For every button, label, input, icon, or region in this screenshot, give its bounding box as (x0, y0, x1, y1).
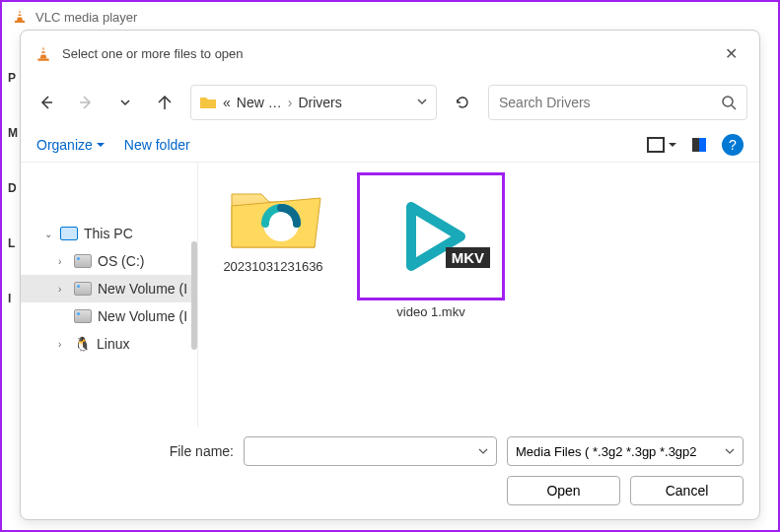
drive-icon (74, 309, 92, 323)
folder-icon (199, 95, 217, 110)
breadcrumb-separator: › (288, 95, 293, 110)
tree-label: New Volume (I (98, 308, 187, 324)
dialog-footer: File name: Media Files ( *.3g2 *.3gp *.3… (21, 427, 759, 519)
svg-rect-3 (37, 58, 48, 60)
tree-label: OS (C:) (98, 253, 144, 269)
file-name: video 1.mkv (352, 304, 510, 319)
breadcrumb-path[interactable]: « New … › Drivers (190, 85, 437, 120)
view-mode-button[interactable] (647, 137, 676, 153)
filter-text: Media Files ( *.3g2 *.3gp *.3gp2 (516, 444, 697, 459)
tree-item-new-volume-1[interactable]: › New Volume (I (21, 275, 197, 302)
drive-icon (74, 254, 92, 268)
tree-label: Linux (97, 336, 129, 352)
open-file-dialog: Select one or more files to open ✕ « New… (20, 30, 760, 520)
new-folder-button[interactable]: New folder (124, 137, 190, 153)
file-name: 20231031231636 (214, 259, 332, 274)
dialog-header: Select one or more files to open ✕ (21, 31, 759, 77)
tree-item-new-volume-2[interactable]: › New Volume (I (21, 302, 197, 330)
svg-rect-4 (41, 49, 46, 51)
filename-label: File name: (36, 443, 234, 459)
svg-line-10 (732, 105, 736, 109)
pc-icon (60, 227, 78, 240)
chevron-right-icon[interactable]: › (58, 339, 68, 350)
scrollbar[interactable] (191, 241, 197, 350)
dialog-title: Select one or more files to open (62, 46, 717, 61)
folder-tree: ⌄ This PC › OS (C:) › New Volume (I › Ne… (21, 163, 198, 427)
filename-combo[interactable] (244, 436, 497, 466)
format-badge: MKV (446, 247, 490, 268)
tree-label: This PC (84, 226, 133, 241)
cancel-button[interactable]: Cancel (630, 476, 744, 505)
search-box[interactable] (488, 85, 747, 120)
background-app-edge: P M D L I (8, 71, 18, 305)
preview-pane-button[interactable] (692, 138, 706, 152)
tree-label: New Volume (I (98, 281, 187, 297)
organize-menu[interactable]: Organize (36, 137, 105, 153)
svg-rect-0 (15, 21, 25, 23)
breadcrumb-segment[interactable]: Drivers (298, 95, 341, 110)
file-type-filter[interactable]: Media Files ( *.3g2 *.3gp *.3gp2 (507, 436, 744, 466)
svg-rect-5 (40, 52, 46, 54)
file-item-video-selected[interactable]: MKV video 1.mkv (352, 172, 510, 319)
recent-dropdown-icon[interactable] (111, 89, 139, 116)
help-button[interactable]: ? (722, 134, 744, 156)
tree-item-linux[interactable]: › Linux (21, 330, 197, 358)
toolbar: Organize New folder ? (21, 128, 759, 162)
vlc-cone-icon (35, 45, 52, 63)
main-window-titlebar: VLC media player (2, 2, 778, 32)
chevron-down-icon[interactable]: ⌄ (44, 229, 54, 239)
up-button[interactable] (151, 89, 178, 116)
svg-point-9 (723, 97, 733, 106)
chevron-down-icon[interactable] (725, 444, 735, 459)
nav-bar: « New … › Drivers (21, 77, 759, 128)
svg-rect-1 (18, 13, 22, 15)
chevron-right-icon[interactable]: › (58, 256, 68, 267)
refresh-button[interactable] (449, 89, 476, 116)
close-button[interactable]: ✕ (717, 40, 745, 67)
search-input[interactable] (499, 95, 713, 110)
chevron-down-icon[interactable] (416, 95, 428, 110)
svg-rect-2 (18, 16, 23, 18)
drive-icon (74, 282, 92, 296)
breadcrumb-prefix: « (223, 95, 231, 110)
folder-icon (224, 176, 322, 255)
vlc-cone-icon (12, 9, 28, 25)
forward-button[interactable] (72, 89, 100, 116)
main-window-title: VLC media player (35, 10, 137, 25)
open-button[interactable]: Open (507, 476, 620, 505)
chevron-down-icon[interactable] (478, 442, 488, 460)
file-item-folder[interactable]: 20231031231636 (214, 172, 332, 274)
tree-item-os-drive[interactable]: › OS (C:) (21, 247, 197, 275)
chevron-right-icon[interactable]: › (58, 284, 68, 295)
back-button[interactable] (33, 89, 60, 116)
video-thumbnail: MKV (357, 172, 505, 300)
file-list: 20231031231636 MKV video 1.mkv (198, 163, 759, 427)
linux-icon (74, 336, 91, 352)
search-icon (721, 95, 737, 110)
breadcrumb-segment[interactable]: New … (237, 95, 282, 110)
tree-item-this-pc[interactable]: ⌄ This PC (21, 220, 197, 247)
